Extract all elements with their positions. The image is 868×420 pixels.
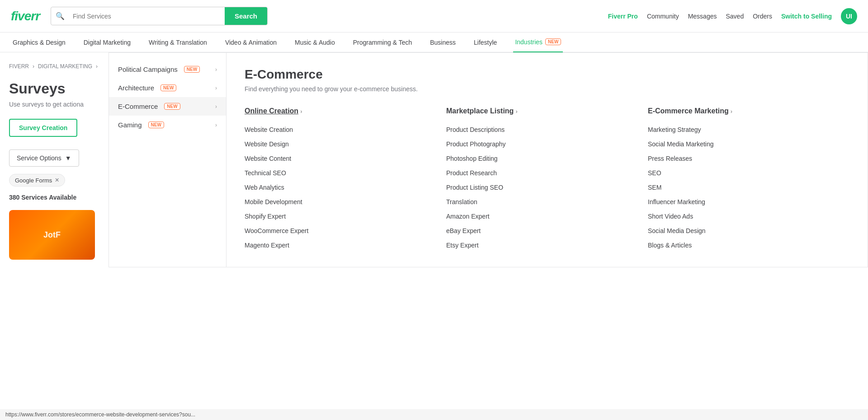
link-product-listing-seo[interactable]: Product Listing SEO bbox=[446, 180, 633, 195]
link-website-design[interactable]: Website Design bbox=[245, 137, 432, 151]
logo[interactable]: fiverr bbox=[11, 9, 40, 23]
chevron-right-icon: › bbox=[215, 85, 217, 91]
filter-tag-google-forms: Google Forms × bbox=[9, 174, 65, 187]
chevron-right-icon: › bbox=[215, 66, 217, 73]
link-marketing-strategy[interactable]: Marketing Strategy bbox=[648, 122, 835, 137]
link-product-descriptions[interactable]: Product Descriptions bbox=[446, 122, 633, 137]
chevron-right-icon: › bbox=[300, 108, 302, 115]
link-website-content[interactable]: Website Content bbox=[245, 151, 432, 166]
chevron-down-icon: ▼ bbox=[65, 154, 71, 162]
column-online-creation: Online Creation › Website Creation Websi… bbox=[245, 107, 446, 252]
ecommerce-title: E-Commerce bbox=[245, 67, 849, 82]
link-amazon-expert[interactable]: Amazon Expert bbox=[446, 209, 633, 224]
survey-creation-button[interactable]: Survey Creation bbox=[9, 119, 77, 137]
link-press-releases[interactable]: Press Releases bbox=[648, 151, 835, 166]
link-social-media-marketing[interactable]: Social Media Marketing bbox=[648, 137, 835, 151]
service-options-button[interactable]: Service Options ▼ bbox=[9, 149, 79, 167]
column-header-online-creation[interactable]: Online Creation › bbox=[245, 107, 432, 115]
nav-programming[interactable]: Programming & Tech bbox=[351, 33, 414, 52]
nav-fiverr-pro[interactable]: Fiverr Pro bbox=[608, 13, 638, 20]
ecommerce-columns: Online Creation › Website Creation Websi… bbox=[245, 107, 849, 252]
link-web-analytics[interactable]: Web Analytics bbox=[245, 180, 432, 195]
menu-item-gaming[interactable]: Gaming NEW › bbox=[109, 116, 226, 134]
nav-writing[interactable]: Writing & Translation bbox=[147, 33, 209, 52]
link-website-creation[interactable]: Website Creation bbox=[245, 122, 432, 137]
remove-filter-icon[interactable]: × bbox=[55, 176, 59, 184]
link-seo[interactable]: SEO bbox=[648, 166, 835, 180]
header-nav: Fiverr Pro Community Messages Saved Orde… bbox=[608, 8, 857, 24]
nav-industries[interactable]: Industries NEW bbox=[513, 33, 563, 52]
link-shopify-expert[interactable]: Shopify Expert bbox=[245, 209, 432, 224]
nav-digital-marketing[interactable]: Digital Marketing bbox=[82, 33, 132, 52]
ecommerce-content-panel: E-Commerce Find everything you need to g… bbox=[226, 53, 868, 267]
menu-item-political-campaigns[interactable]: Political Campaigns NEW › bbox=[109, 60, 226, 79]
main-content: FIVERR › DIGITAL MARKETING › Surveys Use… bbox=[0, 52, 868, 271]
industries-new-badge: NEW bbox=[545, 38, 561, 45]
nav-lifestyle[interactable]: Lifestyle bbox=[472, 33, 499, 52]
column-marketplace-listing: Marketplace Listing › Product Descriptio… bbox=[446, 107, 648, 252]
link-sem[interactable]: SEM bbox=[648, 180, 835, 195]
search-icon: 🔍 bbox=[51, 12, 69, 20]
link-etsy-expert[interactable]: Etsy Expert bbox=[446, 238, 633, 252]
category-nav: Graphics & Design Digital Marketing Writ… bbox=[0, 33, 868, 52]
gaming-new-badge: NEW bbox=[148, 121, 164, 128]
nav-video[interactable]: Video & Animation bbox=[223, 33, 278, 52]
breadcrumb-digital-marketing[interactable]: DIGITAL MARKETING bbox=[38, 63, 92, 70]
chevron-right-icon: › bbox=[731, 108, 732, 115]
dropdown-overlay: Political Campaigns NEW › Architecture N… bbox=[108, 52, 868, 267]
avatar[interactable]: UI bbox=[841, 8, 857, 24]
menu-item-ecommerce[interactable]: E-Commerce NEW › bbox=[109, 97, 226, 116]
link-woocommerce-expert[interactable]: WooCommerce Expert bbox=[245, 224, 432, 238]
link-social-media-design[interactable]: Social Media Design bbox=[648, 224, 835, 238]
link-technical-seo[interactable]: Technical SEO bbox=[245, 166, 432, 180]
ecommerce-description: Find everything you need to grow your e-… bbox=[245, 85, 849, 93]
search-bar: 🔍 Search bbox=[51, 7, 268, 25]
chevron-right-icon: › bbox=[515, 108, 517, 115]
link-ebay-expert[interactable]: eBay Expert bbox=[446, 224, 633, 238]
menu-item-architecture[interactable]: Architecture NEW › bbox=[109, 79, 226, 97]
link-magento-expert[interactable]: Magento Expert bbox=[245, 238, 432, 252]
nav-saved[interactable]: Saved bbox=[726, 13, 744, 20]
architecture-new-badge: NEW bbox=[160, 84, 176, 91]
link-product-photography[interactable]: Product Photography bbox=[446, 137, 633, 151]
header: fiverr 🔍 Search Fiverr Pro Community Mes… bbox=[0, 0, 868, 33]
column-header-marketing[interactable]: E-Commerce Marketing › bbox=[648, 107, 835, 115]
search-input[interactable] bbox=[69, 8, 225, 24]
link-mobile-development[interactable]: Mobile Development bbox=[245, 195, 432, 209]
link-photoshop-editing[interactable]: Photoshop Editing bbox=[446, 151, 633, 166]
column-ecommerce-marketing: E-Commerce Marketing › Marketing Strateg… bbox=[648, 107, 849, 252]
search-button[interactable]: Search bbox=[225, 7, 267, 25]
link-translation[interactable]: Translation bbox=[446, 195, 633, 209]
link-influencer-marketing[interactable]: Influencer Marketing bbox=[648, 195, 835, 209]
breadcrumb-fiverr[interactable]: FIVERR bbox=[9, 63, 29, 70]
link-product-research[interactable]: Product Research bbox=[446, 166, 633, 180]
column-header-marketplace[interactable]: Marketplace Listing › bbox=[446, 107, 633, 115]
chevron-right-icon: › bbox=[215, 122, 217, 128]
link-short-video-ads[interactable]: Short Video Ads bbox=[648, 209, 835, 224]
jotform-thumbnail: JotF bbox=[9, 210, 95, 260]
nav-community[interactable]: Community bbox=[647, 13, 679, 20]
ecommerce-new-badge: NEW bbox=[164, 103, 180, 110]
nav-orders[interactable]: Orders bbox=[753, 13, 772, 20]
nav-graphics[interactable]: Graphics & Design bbox=[11, 33, 67, 52]
nav-messages[interactable]: Messages bbox=[688, 13, 717, 20]
chevron-right-icon: › bbox=[215, 103, 217, 110]
dropdown-menu-panel: Political Campaigns NEW › Architecture N… bbox=[109, 53, 226, 267]
nav-business[interactable]: Business bbox=[428, 33, 458, 52]
nav-switch-selling[interactable]: Switch to Selling bbox=[781, 13, 832, 20]
link-blogs-articles[interactable]: Blogs & Articles bbox=[648, 238, 835, 252]
political-new-badge: NEW bbox=[184, 66, 200, 73]
nav-music[interactable]: Music & Audio bbox=[293, 33, 337, 52]
